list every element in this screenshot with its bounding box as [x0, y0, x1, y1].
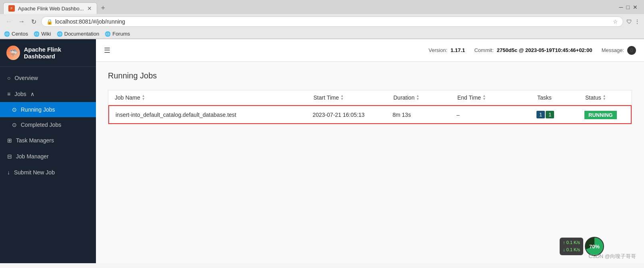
- main-area: ☰ Version: 1.17.1 Commit: 2750d5c @ 2023…: [96, 39, 644, 263]
- bookmark-centos[interactable]: 🌐 Centos: [4, 31, 28, 37]
- task-badge-running: 1: [546, 111, 554, 118]
- overview-icon: ○: [7, 75, 10, 81]
- forward-button[interactable]: →: [17, 17, 26, 26]
- content-area: Running Jobs Job Name ▲▼ Start Time ▲▼ D…: [96, 62, 644, 263]
- secure-icon: 🔒: [46, 19, 53, 25]
- upload-stat: ↑ 0.1 K/s: [563, 239, 580, 246]
- network-stats: ↑ 0.1 K/s ↓ 0.1 K/s: [560, 238, 583, 255]
- sidebar-nav: ○ Overview ≡ Jobs ∧ ⊙ Running Jobs ⊙ Com…: [0, 67, 96, 263]
- app-logo: 🦈: [6, 46, 20, 60]
- tab-title: Apache Flink Web Dashbo...: [18, 6, 84, 12]
- back-button[interactable]: ←: [4, 17, 14, 26]
- bookmarks-bar: 🌐 Centos 🌐 Wiki 🌐 Documentation 🌐 Forums: [0, 29, 644, 39]
- task-managers-icon: ⊞: [7, 137, 12, 144]
- message-label: Message:: [602, 47, 624, 53]
- sort-icon-job-name[interactable]: ▲▼: [142, 94, 145, 101]
- download-stat: ↓ 0.1 K/s: [563, 246, 580, 254]
- sidebar-item-running-jobs[interactable]: ⊙ Running Jobs: [0, 102, 96, 117]
- page-title: Running Jobs: [108, 71, 632, 80]
- col-start-time[interactable]: Start Time ▲▼: [313, 94, 393, 101]
- table-row[interactable]: insert-into_default_catalog.default_data…: [108, 105, 632, 124]
- app-title: Apache Flink Dashboard: [24, 46, 90, 60]
- bookmark-forums[interactable]: 🌐 Forums: [105, 31, 130, 37]
- shield-icon: 🛡: [626, 18, 632, 25]
- table-header-row: Job Name ▲▼ Start Time ▲▼ Duration ▲▼ En…: [108, 90, 632, 105]
- commit-value: 2750d5c @ 2023-05-19T10:45:46+02:00: [497, 47, 592, 53]
- sidebar-item-completed-jobs-label: Completed Jobs: [21, 122, 61, 128]
- globe-icon-docs: 🌐: [57, 31, 63, 37]
- minimize-button[interactable]: ─: [619, 4, 623, 10]
- bookmark-centos-label: Centos: [12, 31, 28, 37]
- cell-end-time: –: [457, 112, 536, 118]
- submit-job-icon: ↓: [7, 169, 10, 176]
- tab-favicon: F: [8, 5, 15, 12]
- reload-button[interactable]: ↻: [30, 17, 38, 26]
- sidebar-group-jobs: ≡ Jobs ∧ ⊙ Running Jobs ⊙ Completed Jobs: [0, 86, 96, 132]
- bookmark-documentation[interactable]: 🌐 Documentation: [57, 31, 99, 37]
- sidebar-item-task-managers[interactable]: ⊞ Task Managers: [0, 132, 96, 148]
- version-label: Version:: [429, 47, 447, 53]
- sidebar-item-submit-new-job[interactable]: ↓ Submit New Job: [0, 164, 96, 180]
- commit-label: Commit:: [474, 47, 493, 53]
- tab-bar: F Apache Flink Web Dashbo... ✕ + ─ □ ✕: [0, 0, 644, 14]
- browser-chrome: F Apache Flink Web Dashbo... ✕ + ─ □ ✕ ←…: [0, 0, 644, 39]
- url-box[interactable]: 🔒 localhost:8081/#/job/running ☆: [41, 16, 623, 27]
- status-badge: RUNNING: [584, 111, 617, 119]
- sort-icon-start-time[interactable]: ▲▼: [341, 94, 344, 101]
- job-manager-icon: ⊟: [7, 153, 12, 160]
- globe-icon: 🌐: [4, 31, 10, 37]
- app-layout: 🦈 Apache Flink Dashboard ○ Overview ≡ Jo…: [0, 39, 644, 263]
- bookmark-wiki[interactable]: 🌐 Wiki: [34, 31, 51, 37]
- sidebar-item-overview-label: Overview: [14, 75, 89, 81]
- sidebar-item-submit-new-job-label: Submit New Job: [14, 169, 89, 176]
- message-count-badge[interactable]: 0: [627, 46, 636, 55]
- hamburger-icon[interactable]: ☰: [104, 46, 110, 55]
- task-badges: 1 1: [536, 111, 584, 118]
- cell-duration: 8m 13s: [393, 112, 457, 118]
- cell-status: RUNNING: [584, 112, 624, 118]
- col-duration[interactable]: Duration ▲▼: [393, 94, 457, 101]
- completed-jobs-icon: ⊙: [12, 122, 17, 128]
- sidebar-jobs-header[interactable]: ≡ Jobs ∧: [0, 86, 96, 102]
- sidebar-item-overview[interactable]: ○ Overview: [0, 70, 96, 86]
- extensions-icon[interactable]: ⋮: [634, 18, 640, 25]
- sort-icon-end-time[interactable]: ▲▼: [483, 94, 486, 101]
- sidebar-item-job-manager[interactable]: ⊟ Job Manager: [0, 148, 96, 164]
- maximize-button[interactable]: □: [626, 4, 630, 10]
- sort-icon-duration[interactable]: ▲▼: [416, 94, 419, 101]
- jobs-icon: ≡: [7, 91, 10, 97]
- cell-job-name: insert-into_default_catalog.default_data…: [116, 112, 313, 118]
- running-jobs-icon: ⊙: [12, 106, 17, 113]
- watermark: CSDN @向嗖子哥哥: [588, 253, 636, 260]
- active-tab[interactable]: F Apache Flink Web Dashbo... ✕: [3, 2, 97, 14]
- address-bar: ← → ↻ 🔒 localhost:8081/#/job/running ☆ 🛡…: [0, 14, 644, 29]
- bookmark-star-icon[interactable]: ☆: [613, 18, 618, 25]
- col-job-name[interactable]: Job Name ▲▼: [115, 94, 313, 101]
- new-tab-button[interactable]: +: [99, 4, 108, 12]
- header-meta: Version: 1.17.1 Commit: 2750d5c @ 2023-0…: [429, 46, 636, 55]
- close-window-button[interactable]: ✕: [633, 4, 638, 10]
- sidebar-item-running-jobs-label: Running Jobs: [21, 106, 55, 113]
- top-header: ☰ Version: 1.17.1 Commit: 2750d5c @ 2023…: [96, 39, 644, 62]
- sidebar-item-completed-jobs[interactable]: ⊙ Completed Jobs: [0, 117, 96, 132]
- cell-tasks: 1 1: [536, 111, 584, 118]
- tab-close-button[interactable]: ✕: [87, 5, 92, 12]
- sidebar: 🦈 Apache Flink Dashboard ○ Overview ≡ Jo…: [0, 39, 96, 263]
- task-badge-total: 1: [536, 111, 545, 118]
- col-end-time[interactable]: End Time ▲▼: [457, 94, 537, 101]
- sidebar-header: 🦈 Apache Flink Dashboard: [0, 39, 96, 67]
- globe-icon-forums: 🌐: [105, 31, 111, 37]
- jobs-table: Job Name ▲▼ Start Time ▲▼ Duration ▲▼ En…: [108, 90, 632, 124]
- browser-right-icons: 🛡 ⋮: [626, 18, 640, 25]
- bookmark-docs-label: Documentation: [64, 31, 99, 37]
- col-tasks[interactable]: Tasks: [537, 94, 585, 101]
- sidebar-item-task-managers-label: Task Managers: [16, 137, 89, 144]
- cell-start-time: 2023-07-21 16:05:13: [313, 112, 393, 118]
- sidebar-jobs-label: Jobs: [14, 91, 26, 97]
- version-value: 1.17.1: [451, 47, 465, 53]
- globe-icon-wiki: 🌐: [34, 31, 40, 37]
- sort-icon-status[interactable]: ▲▼: [603, 94, 606, 101]
- url-text: localhost:8081/#/job/running: [55, 18, 610, 25]
- sidebar-item-job-manager-label: Job Manager: [16, 153, 89, 160]
- col-status[interactable]: Status ▲▼: [585, 94, 625, 101]
